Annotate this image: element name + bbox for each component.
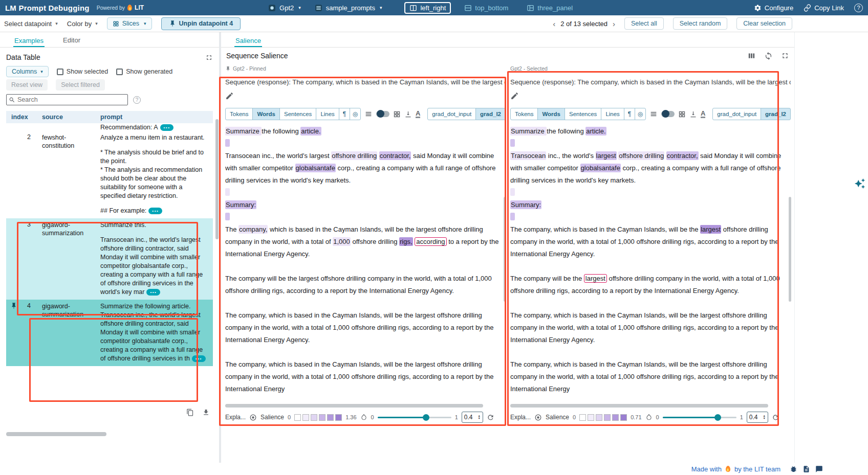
salience-token[interactable]: Transocean — [510, 151, 546, 160]
salience-token[interactable]: The company, which is based in the Cayma… — [510, 225, 700, 233]
docs-icon[interactable] — [802, 465, 810, 473]
layout-top-bottom[interactable]: top_bottom — [459, 2, 513, 14]
copy-link-button[interactable]: Copy Link — [804, 4, 844, 12]
more-icon[interactable]: ••• — [148, 208, 162, 214]
scale-swatch[interactable] — [612, 414, 619, 421]
table-row[interactable]: 4gigaword-summarizationSummarize the fol… — [6, 300, 213, 366]
scale-swatch[interactable] — [579, 414, 586, 421]
salience-token[interactable]: The company, which is based in the Cayma… — [225, 360, 493, 393]
scale-swatch[interactable] — [335, 414, 342, 421]
maximize-icon[interactable] — [205, 54, 213, 61]
salience-token[interactable]: article. — [300, 127, 321, 135]
reset-icon[interactable] — [487, 414, 494, 421]
scale-swatch[interactable] — [604, 414, 611, 421]
show-tokens-icon[interactable]: ◎ — [350, 108, 361, 120]
select-random-button[interactable]: Select random — [673, 17, 728, 30]
granularity-lines[interactable]: Lines — [601, 108, 624, 120]
font-size-icon[interactable]: A — [701, 110, 705, 118]
column-header-prompt[interactable]: prompt — [96, 114, 213, 121]
granularity-tokens[interactable]: Tokens — [225, 108, 253, 120]
salience-token[interactable]: article. — [585, 127, 606, 135]
invert-colors-icon[interactable] — [360, 414, 367, 421]
salience-token[interactable] — [225, 139, 230, 147]
salience-token[interactable] — [510, 213, 515, 220]
salience-token[interactable] — [510, 188, 515, 196]
search-box[interactable] — [6, 94, 128, 105]
salience-token[interactable]: rigs, — [399, 237, 413, 246]
feedback-icon[interactable] — [815, 465, 823, 473]
sync-icon[interactable] — [764, 52, 773, 60]
granularity-sentences[interactable]: Sentences — [279, 108, 316, 120]
font-size-icon[interactable]: A — [416, 110, 420, 118]
download-icon[interactable] — [202, 409, 210, 416]
horizontal-scrollbar[interactable] — [510, 404, 791, 408]
scale-swatch[interactable] — [311, 414, 317, 421]
clear-selection-button[interactable]: Clear selection — [736, 17, 792, 30]
layout-three-panel[interactable]: three_panel — [522, 2, 578, 14]
method-grad-l2[interactable]: grad_l2 — [761, 108, 791, 120]
salience-token[interactable] — [225, 213, 230, 220]
salience-token[interactable]: largest — [700, 225, 721, 234]
spinner-arrows-icon[interactable]: ▲▼ — [763, 415, 765, 420]
scrollbar-thumb[interactable] — [510, 404, 768, 408]
copy-icon[interactable] — [186, 409, 194, 416]
salience-token[interactable]: The company, which is based in the Cayma… — [510, 311, 778, 344]
scale-swatch[interactable] — [620, 414, 627, 421]
salience-token[interactable]: the following — [547, 127, 585, 135]
tab-salience[interactable]: Salience — [234, 37, 262, 48]
scrollbar-thumb[interactable] — [6, 432, 106, 436]
scale-swatch[interactable] — [319, 414, 326, 421]
salience-token[interactable] — [225, 188, 230, 196]
vertical-align-icon[interactable] — [689, 110, 697, 118]
unpin-datapoint-button[interactable]: Unpin datapoint 4 — [161, 17, 241, 30]
salience-token[interactable]: the following — [262, 127, 300, 135]
method-grad-l2[interactable]: grad_l2 — [475, 108, 506, 120]
sparkle-icon[interactable] — [854, 178, 865, 189]
salience-token[interactable]: company, — [238, 225, 268, 234]
menu-icon[interactable] — [364, 110, 373, 118]
salience-token[interactable]: contractor, — [666, 151, 699, 160]
granularity-lines[interactable]: Lines — [316, 108, 339, 120]
column-header-index[interactable]: index — [6, 114, 39, 121]
salience-token[interactable]: largest — [584, 274, 607, 283]
salience-token[interactable]: offshore drilling — [351, 238, 399, 245]
layout-left-right[interactable]: left_right — [404, 2, 451, 14]
salience-token[interactable]: Summarize — [510, 127, 547, 135]
table-row[interactable]: 3gigaword-summarizationSummarize this.Tr… — [6, 218, 213, 300]
select-all-button[interactable]: Select all — [624, 17, 664, 30]
prev-datapoint-icon[interactable]: ‹ — [553, 20, 555, 28]
table-row[interactable]: Recommendation: A••• — [6, 123, 213, 131]
salience-token[interactable]: globalsantafe — [580, 164, 621, 172]
vertical-align-icon[interactable] — [404, 110, 412, 118]
select-filtered-button[interactable]: Select filtered — [56, 79, 105, 91]
reset-icon[interactable] — [772, 414, 779, 421]
density-toggle[interactable] — [661, 111, 675, 117]
salience-token[interactable]: offshore drilling — [331, 151, 377, 160]
paragraph-icon[interactable]: ¶ — [624, 108, 635, 120]
tab-editor[interactable]: Editor — [62, 36, 81, 47]
show-selected-checkbox[interactable]: Show selected — [57, 68, 108, 75]
salience-token[interactable]: Summary: — [510, 200, 541, 209]
more-icon[interactable]: ••• — [146, 289, 160, 296]
granularity-sentences[interactable]: Sentences — [565, 108, 601, 120]
reset-view-button[interactable]: Reset view — [6, 79, 48, 91]
salience-token[interactable]: The company will be the — [510, 275, 584, 282]
slices-button[interactable]: Slices▾ — [107, 17, 152, 30]
salience-token[interactable]: 1,000 — [333, 237, 351, 246]
scale-swatch[interactable] — [588, 414, 594, 421]
threshold-input[interactable]: 0.4▲▼ — [747, 412, 768, 423]
vertical-scrollbar[interactable] — [504, 197, 506, 302]
salience-token[interactable]: The — [225, 225, 238, 233]
paragraph-icon[interactable]: ¶ — [339, 108, 350, 120]
show-tokens-icon[interactable]: ◎ — [635, 108, 646, 120]
configure-button[interactable]: Configure — [754, 4, 793, 12]
threshold-input[interactable]: 0.4▲▼ — [462, 412, 483, 423]
edit-icon[interactable] — [225, 92, 234, 100]
salience-token[interactable]: inc., the world's — [546, 152, 595, 160]
horizontal-scrollbar[interactable] — [6, 432, 213, 436]
show-generated-checkbox[interactable]: Show generated — [116, 68, 172, 75]
salience-token[interactable]: The company will be the largest offshore… — [225, 275, 492, 295]
slider-thumb[interactable] — [423, 414, 429, 421]
scale-swatch[interactable] — [327, 414, 334, 421]
model-selector[interactable]: Gpt2▾ — [268, 4, 301, 12]
